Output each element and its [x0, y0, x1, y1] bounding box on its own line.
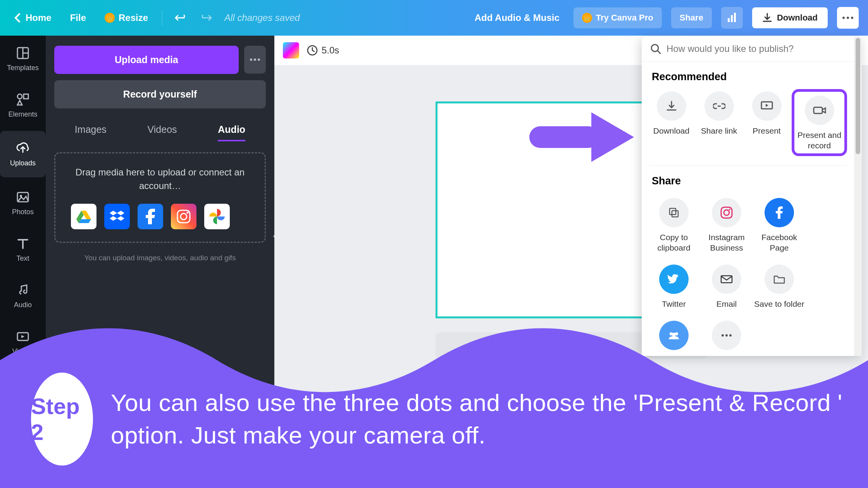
svg-rect-27: [721, 207, 732, 218]
share-email[interactable]: Email: [701, 265, 752, 309]
svg-point-9: [17, 94, 22, 99]
svg-point-14: [250, 58, 252, 61]
svg-point-18: [181, 213, 187, 220]
crown-icon: 👑: [582, 13, 592, 23]
svg-rect-24: [814, 107, 822, 113]
svg-point-29: [729, 209, 730, 210]
recommended-title: Recommended: [642, 62, 854, 88]
home-button[interactable]: Home: [9, 9, 56, 27]
folder-icon: [773, 275, 785, 284]
download-icon: [762, 13, 772, 23]
photo-icon: [16, 190, 30, 204]
step-badge: Step 2: [31, 373, 93, 466]
clock-icon: [307, 45, 318, 56]
divider: [162, 10, 162, 26]
upload-drop-zone[interactable]: Drag media here to upload or connect an …: [54, 152, 266, 243]
share-instagram[interactable]: Instagram Business: [701, 198, 752, 253]
svg-point-3: [842, 17, 845, 19]
media-tabs: Images Videos Audio: [54, 119, 266, 141]
google-photos-icon[interactable]: [204, 204, 230, 229]
svg-point-28: [724, 210, 729, 215]
tab-images[interactable]: Images: [75, 119, 107, 141]
opt-present-and-record[interactable]: Present and record: [792, 89, 847, 156]
opt-download[interactable]: Download: [649, 91, 694, 156]
dropbox-icon[interactable]: [104, 204, 130, 229]
download-icon: [666, 100, 677, 112]
scrollbar[interactable]: [854, 36, 862, 356]
svg-point-19: [187, 211, 189, 213]
rail-uploads[interactable]: Uploads: [0, 131, 46, 177]
annotation-caption: Step 2 You can also use the three dots a…: [31, 373, 852, 466]
share-save-folder[interactable]: Save to folder: [754, 265, 804, 309]
top-toolbar: Home File 👑 Resize All changes saved Add…: [0, 0, 868, 36]
svg-rect-25: [670, 208, 676, 215]
text-icon: [16, 237, 30, 251]
svg-line-22: [658, 51, 660, 53]
publish-search-input[interactable]: [666, 43, 853, 54]
instagram-icon[interactable]: [171, 204, 196, 229]
undo-button[interactable]: [172, 9, 189, 26]
color-swatch[interactable]: [283, 42, 299, 58]
svg-rect-2: [734, 13, 736, 22]
more-menu-button[interactable]: [837, 7, 859, 29]
facebook-icon: [776, 206, 783, 219]
svg-point-4: [847, 17, 849, 19]
tab-audio[interactable]: Audio: [218, 119, 245, 141]
resize-button[interactable]: 👑 Resize: [100, 9, 153, 27]
home-label: Home: [26, 12, 52, 23]
dots-horizontal-icon: [842, 16, 854, 19]
link-icon: [713, 103, 725, 110]
facebook-icon[interactable]: [138, 204, 163, 229]
instagram-icon: [720, 206, 733, 219]
redo-button[interactable]: [198, 9, 215, 26]
rail-templates[interactable]: Templates: [0, 36, 46, 82]
share-twitter[interactable]: Twitter: [649, 265, 699, 309]
duration-button[interactable]: 5.0s: [307, 45, 339, 56]
bar-chart-icon: [726, 12, 738, 24]
share-copy[interactable]: Copy to clipboard: [649, 198, 699, 253]
crown-icon: 👑: [105, 13, 115, 23]
drop-zone-text: Drag media here to upload or connect an …: [64, 166, 256, 193]
opt-share-link[interactable]: Share link: [696, 91, 742, 156]
share-title: Share: [642, 166, 854, 192]
upload-more-button[interactable]: [244, 46, 266, 74]
search-icon: [650, 43, 661, 54]
svg-rect-1: [731, 15, 733, 22]
templates-icon: [16, 46, 30, 60]
caption-text: You can also use the three dots and choo…: [111, 387, 852, 451]
upload-hint: You can upload images, videos, audio and…: [54, 254, 266, 262]
cloud-upload-icon: [15, 141, 31, 155]
present-icon: [761, 101, 773, 111]
copy-icon: [668, 207, 679, 218]
record-yourself-button[interactable]: Record yourself: [54, 80, 266, 108]
add-audio-button[interactable]: Add Audio & Music: [470, 9, 564, 27]
opt-present[interactable]: Present: [744, 91, 789, 156]
rail-text[interactable]: Text: [0, 226, 46, 273]
publish-panel: Recommended Download Share link Present …: [642, 36, 862, 356]
rail-elements[interactable]: Elements: [0, 82, 46, 129]
rail-audio[interactable]: Audio: [0, 273, 46, 319]
share-facebook-page[interactable]: Facebook Page: [754, 198, 804, 253]
insights-button[interactable]: [721, 7, 743, 29]
svg-point-5: [851, 17, 853, 19]
file-menu[interactable]: File: [65, 9, 91, 27]
save-status: All changes saved: [224, 12, 300, 23]
annotation-arrow: [529, 108, 638, 163]
try-pro-button[interactable]: 👑 Try Canva Pro: [574, 7, 662, 28]
google-drive-icon[interactable]: [71, 204, 96, 229]
publish-search[interactable]: [642, 36, 862, 62]
download-button[interactable]: Download: [752, 7, 828, 28]
rail-photos[interactable]: Photos: [0, 180, 46, 226]
elements-icon: [16, 93, 30, 107]
svg-rect-10: [24, 94, 28, 99]
share-button[interactable]: Share: [671, 7, 712, 28]
svg-rect-26: [672, 211, 678, 217]
upload-media-button[interactable]: Upload media: [54, 46, 239, 74]
dots-horizontal-icon: [250, 58, 260, 61]
present-record-icon: [813, 106, 826, 115]
tab-videos[interactable]: Videos: [148, 119, 177, 141]
email-icon: [720, 275, 733, 284]
svg-rect-37: [529, 126, 599, 148]
twitter-icon: [668, 274, 680, 284]
music-note-icon: [16, 283, 30, 297]
